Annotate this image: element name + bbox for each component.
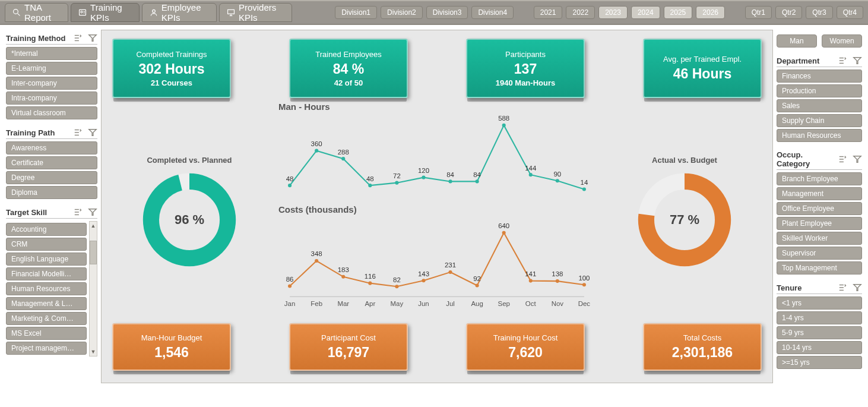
slicer-item[interactable]: Inter-company <box>6 77 97 90</box>
year-pill-2025[interactable]: 2025 <box>664 6 693 19</box>
tab-training[interactable]: Training KPIs <box>71 3 140 22</box>
svg-text:48: 48 <box>286 175 294 182</box>
gender-row: ManWomen <box>777 34 862 48</box>
tab-employee[interactable]: Employee KPIs <box>142 3 217 22</box>
slicer-item[interactable]: 10-14 yrs <box>777 341 862 354</box>
man-hours-title: Man - Hours <box>278 102 595 112</box>
donut-right-label: 77 % <box>634 169 735 270</box>
svg-text:14: 14 <box>581 179 588 186</box>
svg-point-12 <box>422 176 425 179</box>
slicer-item[interactable]: Virtual classroom <box>6 106 97 119</box>
sidebar-left: Training Method*InternalE-LearningInter-… <box>0 25 101 388</box>
slicer-item[interactable]: Supply Chain <box>777 114 862 127</box>
filter-icon[interactable] <box>88 207 97 217</box>
slicer-item[interactable]: Management & L… <box>6 297 87 310</box>
filter-icon[interactable] <box>853 154 862 164</box>
svg-text:48: 48 <box>366 175 374 182</box>
multiselect-icon[interactable] <box>838 56 848 65</box>
slicer-item[interactable]: 5-9 yrs <box>777 326 862 339</box>
slicer-item[interactable]: Top Management <box>777 261 862 275</box>
year-pill-2024[interactable]: 2024 <box>631 6 660 19</box>
slicer-item[interactable]: <1 yrs <box>777 296 862 310</box>
slicer-item[interactable]: Plant Employee <box>777 217 862 230</box>
svg-point-30 <box>341 275 345 279</box>
slicer-item[interactable]: Marketing & Com… <box>6 312 87 325</box>
year-filters: 202120222023202420252026 <box>534 6 725 19</box>
slicer-item[interactable]: CRM <box>6 238 87 251</box>
kpi-title: Completed Trainings <box>136 50 207 59</box>
costs-title: Costs (thousands) <box>278 204 595 214</box>
slicer-item[interactable]: Management <box>777 187 862 200</box>
division-pill-division4[interactable]: Division4 <box>471 6 514 19</box>
svg-point-42 <box>502 231 506 235</box>
kpi-title: Man-Hour Budget <box>141 333 202 342</box>
division-pill-division1[interactable]: Division1 <box>335 6 377 19</box>
slicer-item[interactable]: Financial Modelli… <box>6 267 87 280</box>
slicer-item[interactable]: Human Resources <box>777 129 862 142</box>
slicer-item[interactable]: English Language <box>6 253 87 266</box>
slicer-item[interactable]: Production <box>777 84 862 97</box>
slicer-item[interactable]: Human Resources <box>6 282 87 295</box>
slicer-item[interactable]: Office Employee <box>777 202 862 215</box>
kpi-card: Man-Hour Budget1,546 <box>112 323 231 371</box>
svg-point-2 <box>288 184 292 187</box>
quarter-pill-qtr1[interactable]: Qtr1 <box>745 6 772 19</box>
multiselect-icon[interactable] <box>74 33 83 43</box>
filter-icon[interactable] <box>88 128 97 137</box>
svg-text:141: 141 <box>525 270 536 277</box>
svg-text:116: 116 <box>365 273 376 280</box>
kpi-top-row: Completed Trainings302 Hours21 CoursesTr… <box>112 39 762 98</box>
year-pill-2021[interactable]: 2021 <box>534 6 563 19</box>
division-pill-division3[interactable]: Division3 <box>426 6 468 19</box>
svg-point-34 <box>395 285 398 288</box>
filter-icon[interactable] <box>853 56 862 65</box>
kpi-card: Completed Trainings302 Hours21 Courses <box>112 39 231 98</box>
year-pill-2022[interactable]: 2022 <box>566 6 595 19</box>
quarter-pill-qtr4[interactable]: Qtr4 <box>837 6 863 19</box>
user-icon <box>150 7 158 18</box>
filter-icon[interactable] <box>88 33 97 43</box>
tab-tna[interactable]: TNA Report <box>5 3 68 22</box>
slicer-item[interactable]: MS Excel <box>6 327 87 340</box>
year-pill-2023[interactable]: 2023 <box>598 6 628 19</box>
gender-man[interactable]: Man <box>777 34 817 48</box>
slicer-item[interactable]: Certificate <box>6 156 97 169</box>
slicer-item[interactable]: Intra-company <box>6 92 97 105</box>
kpi-card: Participant Cost16,797 <box>289 323 408 371</box>
slicer-item[interactable]: *Internal <box>6 47 97 60</box>
svg-text:Jan: Jan <box>284 300 295 307</box>
multiselect-icon[interactable] <box>74 128 83 137</box>
slicer-item[interactable]: Supervisor <box>777 247 862 260</box>
slicer-item[interactable]: Sales <box>777 99 862 112</box>
slicer-item[interactable]: Degree <box>6 171 97 184</box>
gender-women[interactable]: Women <box>822 34 862 48</box>
svg-text:288: 288 <box>338 149 349 156</box>
scrollbar[interactable]: ▲▼ <box>89 221 97 356</box>
slicer-item[interactable]: Skilled Worker <box>777 232 862 245</box>
slicer-item[interactable]: E-Learning <box>6 62 97 75</box>
slicer-item[interactable]: Finances <box>777 70 862 83</box>
slicer-item[interactable]: 1-4 yrs <box>777 311 862 324</box>
slicer-item[interactable]: >=15 yrs <box>777 356 862 369</box>
division-pill-division2[interactable]: Division2 <box>381 6 423 19</box>
slicer-item[interactable]: Diploma <box>6 186 97 199</box>
multiselect-icon[interactable] <box>838 154 848 164</box>
scroll-thumb[interactable] <box>90 241 97 264</box>
svg-text:138: 138 <box>552 270 563 277</box>
filter-icon[interactable] <box>853 283 862 292</box>
multiselect-icon[interactable] <box>838 283 848 292</box>
year-pill-2026[interactable]: 2026 <box>696 6 725 19</box>
content-area: Completed Trainings302 Hours21 CoursesTr… <box>101 30 773 383</box>
slicer-item[interactable]: Project managem… <box>6 342 87 355</box>
svg-point-8 <box>368 184 372 187</box>
slicer-item[interactable]: Accounting <box>6 223 87 236</box>
svg-point-38 <box>448 270 452 274</box>
slicer-item[interactable]: Awareness <box>6 141 97 154</box>
quarter-pill-qtr2[interactable]: Qtr2 <box>775 6 802 19</box>
slicer-item[interactable]: Branch Employee <box>777 172 862 185</box>
multiselect-icon[interactable] <box>74 207 83 217</box>
division-filters: Division1Division2Division3Division4 <box>335 6 514 19</box>
svg-point-6 <box>341 157 345 160</box>
quarter-pill-qtr3[interactable]: Qtr3 <box>806 6 832 19</box>
tab-providers[interactable]: Providers KPIs <box>219 3 292 22</box>
